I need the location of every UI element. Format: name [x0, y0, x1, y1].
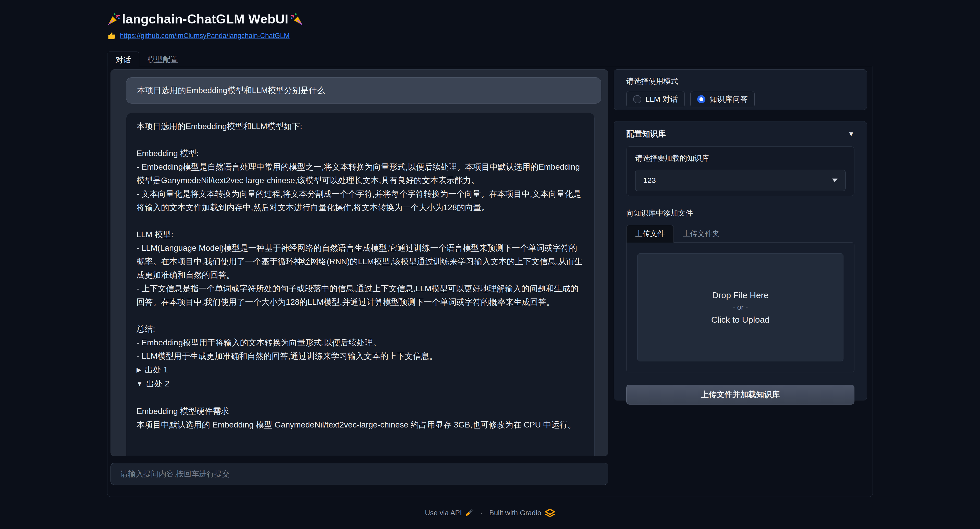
upload-tab[interactable]: 上传文件夹: [674, 225, 729, 243]
bot-paragraph: 总结:: [137, 322, 584, 336]
footer: Use via API · Built with Gradio: [0, 508, 980, 517]
upload-tab[interactable]: 上传文件: [626, 225, 674, 243]
gradio-logo-icon: [545, 508, 555, 517]
bot-paragraphs: 本项目选用的Embedding模型和LLM模型如下: Embedding 模型:…: [137, 120, 584, 363]
mode-radio-label: 知识库问答: [710, 94, 748, 105]
page-title: langchain-ChatGLM WebUI: [122, 12, 288, 27]
user-message-text: 本项目选用的Embedding模型和LLM模型分别是什么: [137, 85, 325, 96]
page-header: langchain-ChatGLM WebUI: [107, 12, 873, 27]
mode-select-label: 请选择使用模式: [626, 76, 854, 86]
dropzone-line3: Click to Upload: [711, 313, 770, 326]
main-tab[interactable]: 对话: [107, 51, 139, 66]
radio-icon: [697, 95, 705, 103]
plug-icon: [466, 509, 474, 517]
chevron-down-icon: [832, 178, 838, 182]
bot-message: 本项目选用的Embedding模型和LLM模型如下: Embedding 模型:…: [126, 113, 595, 456]
source-toggles: ▶出处 1 ▼出处 2: [137, 363, 584, 391]
knowledge-accordion-header[interactable]: 配置知识库 ▼: [626, 129, 854, 139]
sidebar: 请选择使用模式 LLM 对话 知识库问答: [614, 69, 867, 494]
upload-tab-content: Drop File Here - or - Click to Upload: [626, 242, 854, 372]
bot-paragraph: Embedding 模型:: [137, 147, 584, 160]
dropzone-line1: Drop File Here: [712, 289, 768, 302]
main-tab[interactable]: 模型配置: [139, 51, 186, 66]
source-content-line: Embedding 模型硬件需求: [137, 405, 584, 418]
bot-paragraph: - LLM模型用于生成更加准确和自然的回答,通过训练来学习输入文本的上下文信息。: [137, 349, 584, 363]
bot-paragraph: [137, 309, 584, 322]
chat-column: 本项目选用的Embedding模型和LLM模型分别是什么 本项目选用的Embed…: [110, 69, 608, 494]
bot-paragraph: LLM 模型:: [137, 228, 584, 241]
kb-select-label: 请选择要加载的知识库: [635, 153, 845, 164]
radio-icon: [633, 95, 641, 103]
kb-select-box: 请选择要加载的知识库 123: [626, 146, 854, 196]
github-link[interactable]: https://github.com/imClumsyPanda/langcha…: [120, 32, 290, 40]
built-with-gradio-link[interactable]: Built with Gradio: [489, 509, 541, 517]
mode-radio-option[interactable]: 知识库问答: [690, 91, 755, 107]
collapse-icon[interactable]: ▼: [848, 130, 854, 138]
repo-link-row: https://github.com/imClumsyPanda/langcha…: [107, 31, 873, 40]
source-label: 出处 2: [146, 379, 169, 388]
bot-paragraph: - 文本向量化是将文本转换为向量的过程,将文本分割成一个个字符,并将每个字符转换…: [137, 187, 584, 214]
bot-paragraph: - 上下文信息是指一个单词或字符所处的句子或段落中的信息,通过上下文信息,LLM…: [137, 282, 584, 309]
source-content-line: [137, 391, 584, 405]
main-tabbar: 对话 模型配置: [107, 51, 873, 66]
bot-paragraph: - Embedding模型用于将输入的文本转换为向量形式,以便后续处理。: [137, 336, 584, 349]
add-file-label: 向知识库中添加文件: [626, 208, 854, 218]
bot-paragraph: [137, 133, 584, 147]
main-content: langchain-ChatGLM WebUI https://github.c…: [107, 0, 873, 497]
chat-tab-panel: 本项目选用的Embedding模型和LLM模型分别是什么 本项目选用的Embed…: [107, 66, 873, 497]
use-via-api-link[interactable]: Use via API: [425, 509, 462, 517]
triangle-toggle-icon: ▼: [137, 377, 143, 391]
mode-radio-option[interactable]: LLM 对话: [626, 91, 685, 107]
question-input[interactable]: [110, 463, 608, 485]
upload-tabbar: 上传文件 上传文件夹: [626, 225, 854, 243]
triangle-toggle-icon: ▶: [137, 363, 141, 376]
party-popper-icon: [290, 13, 303, 26]
knowledge-base-group: 配置知识库 ▼ 请选择要加载的知识库 123 向知识库中添加文件 上传文件: [614, 121, 867, 400]
footer-separator: ·: [480, 509, 483, 517]
bot-paragraph: - LLM(Language Model)模型是一种基于神经网络的自然语言生成模…: [137, 241, 584, 282]
mode-select-group: 请选择使用模式 LLM 对话 知识库问答: [614, 69, 867, 110]
kb-dropdown-value: 123: [643, 176, 656, 185]
source-label: 出处 1: [145, 365, 168, 374]
source-content-line: 本项目中默认选用的 Embedding 模型 GanymedeNil/text2…: [137, 418, 584, 432]
bot-paragraph: 本项目选用的Embedding模型和LLM模型如下:: [137, 120, 584, 133]
mode-radio-label: LLM 对话: [646, 94, 678, 105]
file-dropzone[interactable]: Drop File Here - or - Click to Upload: [637, 253, 843, 361]
bot-paragraph: - Embedding模型是自然语言处理中常用的模型之一,将文本转换为向量形式,…: [137, 160, 584, 187]
mode-options: LLM 对话 知识库问答: [626, 91, 854, 107]
user-message: 本项目选用的Embedding模型和LLM模型分别是什么: [126, 77, 601, 103]
source-2-content: Embedding 模型硬件需求本项目中默认选用的 Embedding 模型 G…: [137, 391, 584, 432]
source-toggle[interactable]: ▼出处 2: [137, 377, 584, 391]
kb-dropdown[interactable]: 123: [635, 170, 845, 191]
chatbot[interactable]: 本项目选用的Embedding模型和LLM模型分别是什么 本项目选用的Embed…: [110, 69, 608, 456]
source-toggle[interactable]: ▶出处 1: [137, 363, 584, 377]
knowledge-title: 配置知识库: [626, 129, 666, 139]
upload-and-load-button[interactable]: 上传文件并加载知识库: [626, 384, 854, 405]
dropzone-line2: - or -: [733, 302, 748, 313]
party-popper-icon: [107, 13, 121, 26]
thumbs-up-icon: [107, 31, 116, 40]
bot-paragraph: [137, 214, 584, 228]
